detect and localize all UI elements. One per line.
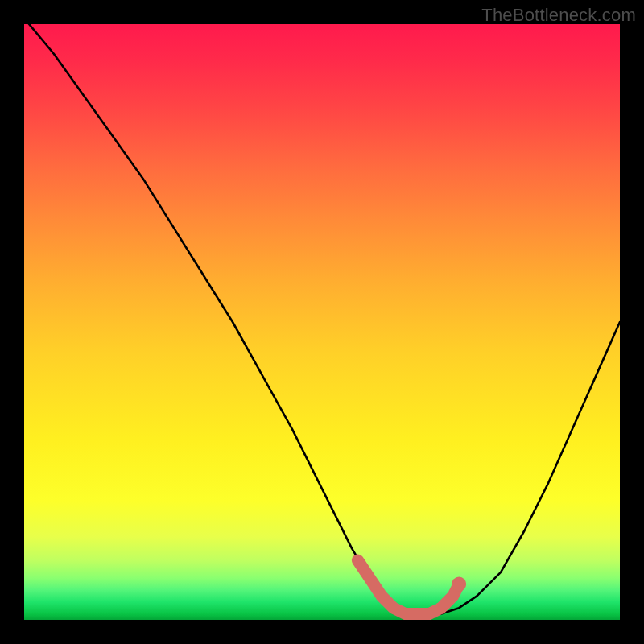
highlight-end-dot <box>452 577 466 592</box>
chart-frame: TheBottleneck.com <box>0 0 644 644</box>
bottleneck-curve <box>24 24 620 614</box>
curve-line <box>24 24 620 614</box>
highlight-stroke <box>357 560 459 614</box>
plot-area <box>24 24 620 620</box>
watermark-text: TheBottleneck.com <box>481 5 636 26</box>
highlight-band <box>357 560 466 614</box>
chart-svg <box>24 24 620 620</box>
